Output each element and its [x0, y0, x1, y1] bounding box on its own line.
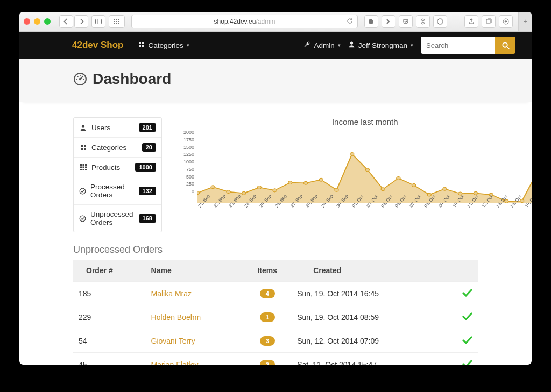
top-sites-button[interactable]: [109, 15, 125, 28]
approve-button[interactable]: [462, 315, 472, 323]
chart-title: Income last month: [177, 117, 532, 126]
sidebar-item-products[interactable]: Products1000: [74, 158, 161, 177]
sidebar-toggle-button[interactable]: [91, 15, 105, 28]
col-name[interactable]: Name: [146, 260, 243, 282]
search-icon: [501, 41, 510, 49]
svg-rect-36: [80, 167, 82, 168]
nav-admin[interactable]: Admin ▾: [303, 41, 340, 49]
sidebar-item-categories[interactable]: Categories20: [74, 138, 161, 158]
search-button[interactable]: [495, 37, 515, 54]
cell-order-number: 45: [73, 353, 146, 365]
svg-line-20: [507, 47, 509, 49]
url-path: /admin: [256, 18, 275, 25]
svg-point-47: [242, 191, 245, 195]
nav-back-button[interactable]: [59, 15, 73, 28]
svg-point-57: [397, 176, 400, 180]
svg-point-25: [77, 76, 79, 77]
downloads-button[interactable]: [499, 15, 513, 28]
svg-rect-7: [118, 21, 119, 22]
ext-pocket-icon[interactable]: [399, 15, 413, 28]
nav-admin-label: Admin: [314, 41, 334, 49]
ext-adblock-icon[interactable]: [433, 15, 447, 28]
chart-svg: [197, 130, 532, 203]
share-button[interactable]: [464, 15, 478, 28]
svg-rect-12: [486, 19, 490, 23]
sidebar-item-count: 168: [139, 214, 156, 223]
approve-button[interactable]: [462, 338, 472, 347]
content-area: Users201Categories20Products1000Processe…: [19, 102, 532, 365]
svg-rect-15: [142, 42, 144, 44]
reload-icon[interactable]: [347, 18, 353, 26]
col-items[interactable]: Items: [243, 260, 292, 282]
svg-rect-17: [142, 45, 144, 47]
col-action: [440, 260, 478, 282]
brand-logo[interactable]: 42dev Shop: [72, 40, 123, 51]
sidebar-item-label: Products: [91, 163, 120, 172]
svg-point-46: [227, 190, 230, 194]
svg-rect-4: [118, 19, 119, 20]
sidebar-item-count: 1000: [135, 163, 156, 172]
dashboard-gauge-icon: [73, 72, 87, 86]
page-body: Dashboard Users201Categories20Products10…: [19, 59, 532, 365]
items-badge: 2: [260, 360, 275, 365]
svg-point-65: [520, 199, 524, 203]
items-badge: 4: [260, 289, 275, 298]
svg-line-23: [80, 76, 83, 79]
ext-evernote-icon[interactable]: [364, 15, 378, 28]
orders-section-title: Unprocessed Orders: [73, 244, 478, 255]
cell-order-number: 185: [73, 282, 146, 305]
maximize-window-icon[interactable]: [44, 18, 51, 25]
cell-created: Sat, 11. Oct 2014 15:47: [292, 353, 440, 365]
nav-user-name: Jeff Strongman: [358, 41, 407, 49]
chart-plot: 200017501500125010007505002500: [197, 130, 532, 203]
col-order[interactable]: Order #: [73, 260, 146, 282]
navbar-search: [421, 37, 515, 54]
svg-rect-16: [139, 45, 141, 47]
wrench-icon: [303, 41, 310, 49]
window-controls[interactable]: [24, 18, 51, 25]
tabs-button[interactable]: [482, 15, 496, 28]
order-customer-link[interactable]: Malika Mraz: [151, 289, 192, 298]
order-customer-link[interactable]: Marian Flatley: [151, 360, 199, 365]
sidebar-item-users[interactable]: Users201: [74, 118, 161, 138]
svg-point-54: [350, 153, 354, 156]
sidebar-item-processed-orders[interactable]: Processed Orders132: [74, 177, 161, 205]
col-created[interactable]: Created: [292, 260, 440, 282]
sidebar-item-count: 132: [139, 187, 156, 195]
nav-user[interactable]: Jeff Strongman ▾: [348, 41, 413, 49]
cell-order-number: 229: [73, 305, 146, 329]
svg-rect-35: [85, 164, 87, 166]
table-row: 45Marian Flatley2Sat, 11. Oct 2014 15:47: [73, 353, 478, 365]
new-tab-button[interactable]: +: [518, 12, 532, 31]
search-input[interactable]: [421, 37, 495, 54]
approve-button[interactable]: [462, 291, 472, 300]
browser-chrome: shop.42dev.eu/admin +: [19, 12, 532, 32]
user-icon: [79, 124, 87, 131]
ext-chevron-icon[interactable]: [382, 15, 395, 28]
svg-rect-10: [118, 23, 119, 24]
close-window-icon[interactable]: [24, 18, 30, 25]
svg-rect-40: [82, 169, 84, 170]
sidebar-item-unprocessed-orders[interactable]: Unprocessed Orders168: [74, 205, 161, 232]
orders-table: Order # Name Items Created 185Malika Mra…: [73, 260, 478, 365]
svg-rect-6: [116, 21, 117, 22]
minimize-window-icon[interactable]: [34, 18, 40, 25]
address-bar[interactable]: shop.42dev.eu/admin: [131, 15, 358, 28]
svg-point-28: [82, 125, 84, 127]
caret-down-icon: ▾: [338, 42, 341, 48]
nav-forward-button[interactable]: [74, 15, 88, 28]
order-customer-link[interactable]: Giovani Terry: [151, 337, 195, 345]
svg-point-45: [211, 186, 215, 189]
svg-point-48: [257, 186, 261, 189]
caret-down-icon: ▾: [187, 42, 189, 48]
unprocessed-orders-section: Unprocessed Orders Order # Name Items Cr…: [73, 244, 478, 365]
svg-rect-39: [80, 169, 82, 170]
ext-buffer-icon[interactable]: [416, 15, 430, 28]
nav-categories[interactable]: Categories ▾: [138, 41, 189, 49]
sidebar-item-label: Users: [91, 124, 110, 132]
svg-point-53: [335, 188, 338, 191]
approve-button[interactable]: [462, 362, 472, 365]
items-badge: 1: [260, 312, 275, 322]
nav-categories-label: Categories: [148, 41, 183, 49]
order-customer-link[interactable]: Holden Boehm: [151, 313, 201, 322]
